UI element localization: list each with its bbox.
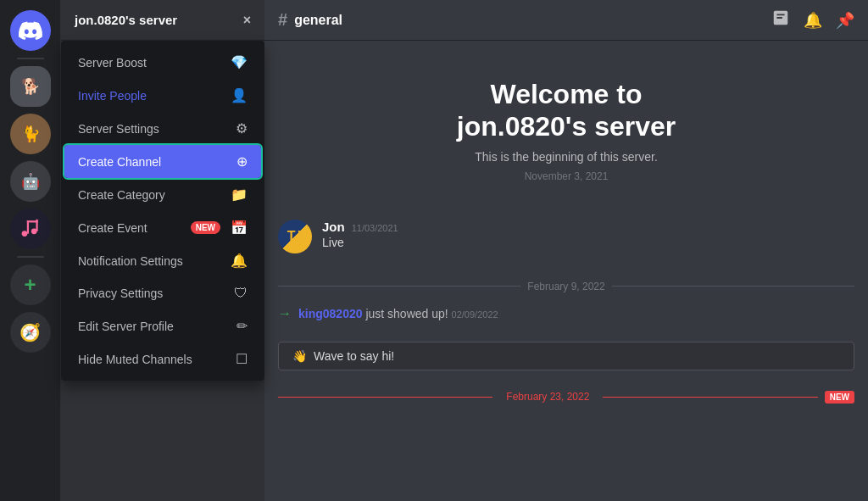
create-event-right: NEW 📅: [191, 220, 248, 236]
feb-divider-date-text: February 23, 2022: [499, 391, 596, 403]
server-settings-label: Server Settings: [78, 122, 159, 136]
menu-item-notification-settings[interactable]: Notification Settings 🔔: [64, 244, 261, 277]
menu-item-server-boost[interactable]: Server Boost 💎: [64, 46, 261, 79]
new-badge: NEW: [191, 221, 220, 234]
add-server-button[interactable]: +: [10, 264, 51, 305]
date-divider-line-right: [612, 286, 854, 287]
server-sidebar: 🐕 🐈 🤖 + 🧭: [0, 0, 61, 501]
message-header-jon: Jon 11/03/2021: [322, 220, 854, 234]
date-divider-text-feb9: February 9, 2022: [527, 281, 604, 292]
header-right-icons: 🔔 📌: [771, 8, 854, 31]
menu-item-create-category[interactable]: Create Category 📁: [64, 178, 261, 211]
main-header: # general 🔔 📌: [264, 0, 868, 41]
chat-area: Welcome tojon.0820's server This is the …: [264, 41, 868, 501]
server-divider: [17, 58, 44, 59]
hide-muted-channels-icon: ☐: [236, 351, 248, 367]
create-event-label: Create Event: [78, 221, 147, 235]
message-timestamp-jon: 11/03/2021: [352, 223, 398, 233]
system-username[interactable]: king082020: [298, 307, 363, 320]
server-icon-robot[interactable]: 🤖: [10, 161, 51, 202]
privacy-settings-label: Privacy Settings: [78, 287, 163, 300]
system-arrow-icon: →: [278, 306, 292, 321]
menu-item-create-event[interactable]: Create Event NEW 📅: [64, 211, 261, 244]
invite-people-label: Invite People: [78, 89, 147, 103]
feb-new-badge: NEW: [825, 391, 854, 404]
date-divider-line-left: [278, 286, 520, 287]
server-divider-2: [17, 256, 44, 258]
edit-server-profile-label: Edit Server Profile: [78, 320, 174, 333]
date-divider-feb23: February 23, 2022 NEW: [278, 391, 854, 404]
server-icon-dog[interactable]: 🐕: [10, 66, 51, 107]
server-dropdown-menu: Server Boost 💎 Invite People 👤 Server Se…: [61, 41, 264, 381]
welcome-section: Welcome tojon.0820's server This is the …: [278, 61, 854, 199]
message-text-jon: Live: [322, 236, 854, 249]
close-dropdown-button[interactable]: ×: [243, 13, 251, 28]
system-message: → king082020 just showed up! 02/09/2022: [278, 306, 854, 321]
pin-icon[interactable]: 📌: [836, 11, 854, 30]
server-icon-music[interactable]: [10, 209, 51, 249]
menu-item-create-channel[interactable]: Create Channel ⊕: [64, 145, 261, 178]
message-author-jon: Jon: [322, 220, 345, 234]
notifications-icon[interactable]: 🔔: [804, 11, 822, 30]
privacy-settings-icon: 🛡: [234, 286, 248, 301]
create-category-icon: 📁: [231, 186, 248, 203]
system-text: king082020 just showed up! 02/09/2022: [298, 307, 498, 320]
system-timestamp: 02/09/2022: [452, 309, 498, 320]
channel-sidebar-header: jon.0820's server ×: [61, 0, 264, 41]
server-icon-cat[interactable]: 🐈: [10, 114, 51, 154]
channel-name: general: [294, 13, 342, 28]
main-content: # general 🔔 📌 Welcome tojon.0820's serve…: [264, 0, 868, 501]
channel-sidebar: jon.0820's server × Server Boost 💎 Invit…: [61, 0, 264, 501]
system-action-text: just showed up!: [365, 307, 451, 320]
notification-settings-label: Notification Settings: [78, 254, 183, 268]
menu-item-edit-server-profile[interactable]: Edit Server Profile ✏: [64, 309, 261, 342]
welcome-title: Welcome tojon.0820's server: [278, 78, 854, 143]
menu-item-privacy-settings[interactable]: Privacy Settings 🛡: [64, 277, 261, 309]
welcome-subtitle: This is the beginning of this server.: [278, 150, 854, 164]
message-content-jon: Jon 11/03/2021 Live: [322, 220, 854, 253]
menu-item-invite-people[interactable]: Invite People 👤: [64, 79, 261, 112]
notification-settings-icon: 🔔: [231, 253, 248, 269]
server-boost-label: Server Boost: [78, 56, 147, 70]
wave-emoji: 👋: [292, 349, 307, 363]
feb-divider-line-right: [603, 397, 817, 398]
menu-item-hide-muted-channels[interactable]: Hide Muted Channels ☐: [64, 342, 261, 376]
avatar-jon: TJ: [278, 220, 312, 253]
create-channel-icon: ⊕: [236, 153, 248, 170]
explore-icon[interactable]: 🧭: [10, 312, 51, 353]
create-channel-label: Create Channel: [78, 155, 161, 169]
welcome-date: November 3, 2021: [278, 170, 854, 182]
discord-home-icon[interactable]: [10, 10, 51, 51]
create-category-label: Create Category: [78, 188, 165, 202]
message-group-jon: TJ Jon 11/03/2021 Live: [278, 220, 854, 253]
feb-divider-line-left: [278, 397, 492, 398]
server-boost-icon: 💎: [231, 54, 248, 70]
server-name-label: jon.0820's server: [75, 13, 177, 27]
channel-hash-icon: #: [278, 10, 287, 30]
edit-server-profile-icon: ✏: [236, 318, 248, 334]
menu-item-server-settings[interactable]: Server Settings ⚙: [64, 112, 261, 145]
threads-icon[interactable]: [771, 8, 790, 31]
date-divider-feb9: February 9, 2022: [278, 281, 854, 292]
svg-rect-4: [26, 220, 37, 222]
wave-button-label: Wave to say hi!: [314, 349, 394, 363]
svg-rect-2: [26, 220, 28, 233]
wave-button[interactable]: 👋 Wave to say hi!: [278, 342, 854, 370]
create-event-icon: 📅: [231, 220, 248, 236]
svg-point-0: [21, 231, 27, 237]
hide-muted-channels-label: Hide Muted Channels: [78, 353, 192, 366]
invite-people-icon: 👤: [231, 87, 248, 103]
server-settings-icon: ⚙: [236, 120, 248, 136]
